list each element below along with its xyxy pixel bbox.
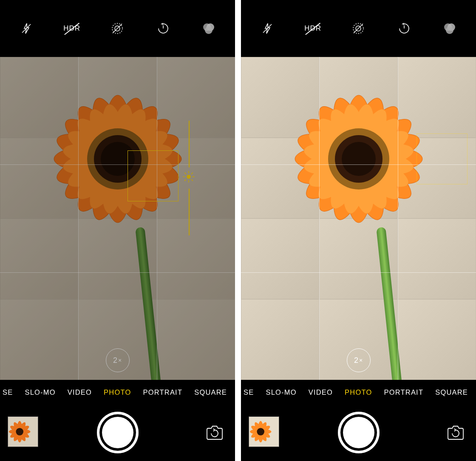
- mode-video[interactable]: VIDEO: [309, 388, 333, 396]
- svg-point-55: [446, 26, 453, 34]
- mode-portrait[interactable]: PORTRAIT: [384, 388, 423, 396]
- filters-icon[interactable]: [441, 20, 458, 37]
- svg-line-38: [185, 180, 186, 181]
- mode-partial[interactable]: SE: [3, 388, 13, 396]
- mode-square[interactable]: SQUARE: [435, 388, 468, 396]
- mode-photo[interactable]: PHOTO: [104, 388, 131, 396]
- mode-slomo[interactable]: SLO-MO: [25, 388, 55, 396]
- filters-icon[interactable]: [200, 20, 217, 37]
- mode-selector[interactable]: SE SLO-MO VIDEO PHOTO PORTRAIT SQUARE: [241, 380, 476, 404]
- zoom-value: 2: [354, 356, 359, 365]
- bottom-toolbar: SE SLO-MO VIDEO PHOTO PORTRAIT SQUARE: [0, 380, 235, 461]
- hdr-toggle[interactable]: HDR: [304, 24, 321, 33]
- mode-partial[interactable]: SE: [244, 388, 254, 396]
- svg-point-47: [16, 428, 23, 436]
- mode-photo[interactable]: PHOTO: [345, 388, 372, 396]
- top-toolbar: HDR: [0, 0, 235, 57]
- zoom-toggle[interactable]: 2×: [347, 348, 371, 372]
- bottom-toolbar: SE SLO-MO VIDEO PHOTO PORTRAIT SQUARE: [241, 380, 476, 461]
- camera-screen-left: HDR: [0, 0, 235, 461]
- mode-selector[interactable]: SE SLO-MO VIDEO PHOTO PORTRAIT SQUARE: [0, 380, 235, 404]
- mode-square[interactable]: SQUARE: [194, 388, 227, 396]
- svg-point-31: [187, 175, 190, 178]
- svg-line-39: [192, 173, 193, 174]
- sun-icon: [183, 171, 195, 183]
- mode-video[interactable]: VIDEO: [68, 388, 92, 396]
- shutter-button[interactable]: [338, 412, 380, 453]
- mode-portrait[interactable]: PORTRAIT: [143, 388, 182, 396]
- last-photo-thumbnail[interactable]: [8, 416, 38, 447]
- timer-icon[interactable]: [155, 20, 172, 37]
- viewfinder[interactable]: 2×: [0, 57, 235, 380]
- svg-line-37: [192, 180, 193, 181]
- svg-line-36: [185, 173, 186, 174]
- mode-slomo[interactable]: SLO-MO: [266, 388, 296, 396]
- flip-camera-button[interactable]: [204, 421, 226, 444]
- camera-screen-right: HDR: [241, 0, 476, 461]
- focus-indicator[interactable]: [128, 150, 178, 201]
- svg-point-78: [342, 142, 376, 176]
- svg-point-7: [205, 26, 212, 34]
- top-toolbar: HDR: [241, 0, 476, 57]
- hdr-toggle[interactable]: HDR: [63, 24, 80, 33]
- zoom-x: ×: [359, 357, 363, 364]
- svg-line-51: [354, 24, 363, 33]
- svg-line-3: [113, 24, 122, 33]
- flash-off-icon[interactable]: [259, 20, 276, 37]
- zoom-x: ×: [118, 357, 122, 364]
- timer-icon[interactable]: [396, 20, 413, 37]
- live-photo-off-icon[interactable]: [109, 20, 126, 37]
- exposure-slider[interactable]: [183, 121, 195, 235]
- zoom-value: 2: [113, 356, 118, 365]
- last-photo-thumbnail[interactable]: [249, 416, 279, 447]
- flip-camera-button[interactable]: [445, 421, 467, 444]
- flash-off-icon[interactable]: [18, 20, 35, 37]
- live-photo-off-icon[interactable]: [350, 20, 367, 37]
- viewfinder[interactable]: 2×: [241, 57, 476, 380]
- shutter-button[interactable]: [97, 412, 139, 453]
- zoom-toggle[interactable]: 2×: [106, 348, 130, 372]
- svg-point-86: [257, 428, 264, 436]
- focus-indicator-faded: [416, 133, 468, 184]
